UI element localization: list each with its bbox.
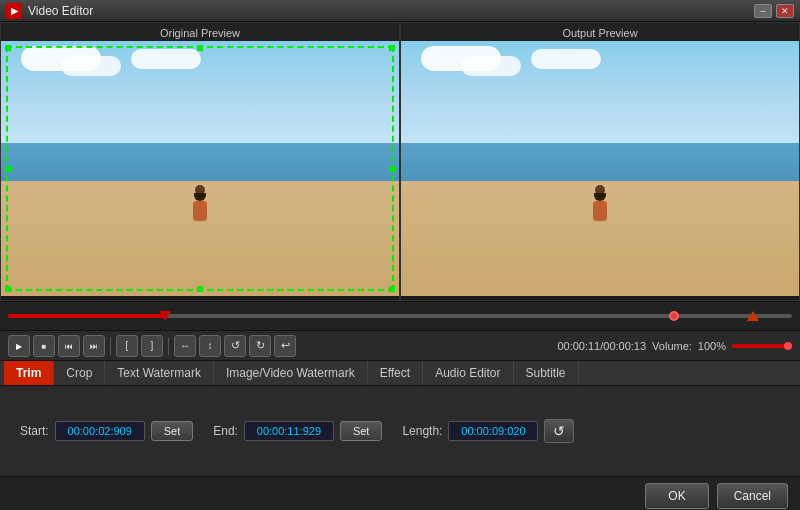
tab-effect[interactable]: Effect xyxy=(368,361,423,385)
title-bar: ▶ Video Editor – ✕ xyxy=(0,0,800,22)
volume-slider[interactable] xyxy=(732,344,792,348)
time-display: 00:00:11/00:00:13 Volume: 100% xyxy=(557,340,792,352)
end-field-group: End: Set xyxy=(213,421,382,441)
transport-divider-2 xyxy=(168,337,169,355)
start-label: Start: xyxy=(20,424,49,438)
cancel-button[interactable]: Cancel xyxy=(717,483,788,509)
stop-icon xyxy=(42,341,47,351)
tab-subtitle[interactable]: Subtitle xyxy=(514,361,579,385)
undo-icon xyxy=(281,339,290,352)
figure-hair xyxy=(194,193,206,201)
transport-buttons xyxy=(8,335,296,357)
transport-divider-1 xyxy=(110,337,111,355)
cloud3 xyxy=(131,49,201,69)
cloud2 xyxy=(61,56,121,76)
title-bar-left: ▶ Video Editor xyxy=(6,3,93,19)
timeline-playhead[interactable] xyxy=(159,311,171,321)
set-start-button[interactable] xyxy=(116,335,138,357)
rotate-right-button[interactable] xyxy=(249,335,271,357)
end-input[interactable] xyxy=(244,421,334,441)
undo-button[interactable] xyxy=(274,335,296,357)
tab-trim[interactable]: Trim xyxy=(4,361,54,385)
sky-bg xyxy=(1,41,399,156)
rotate-left-button[interactable] xyxy=(224,335,246,357)
original-video xyxy=(1,41,399,296)
output-cloud3 xyxy=(531,49,601,69)
flip-h-icon xyxy=(180,340,190,351)
end-label: End: xyxy=(213,424,238,438)
volume-value: 100% xyxy=(698,340,726,352)
flip-v-icon xyxy=(208,340,213,351)
next-frame-icon xyxy=(90,341,98,351)
figure xyxy=(191,185,209,225)
tab-crop[interactable]: Crop xyxy=(54,361,105,385)
prev-frame-icon xyxy=(65,341,73,351)
prev-frame-button[interactable] xyxy=(58,335,80,357)
output-playhead[interactable] xyxy=(669,311,679,321)
tab-image-watermark[interactable]: Image/Video Watermark xyxy=(214,361,368,385)
output-preview-pane: Output Preview xyxy=(400,22,800,301)
start-field-group: Start: Set xyxy=(20,421,193,441)
output-video xyxy=(401,41,799,296)
window-title: Video Editor xyxy=(28,4,93,18)
app-icon: ▶ xyxy=(6,3,22,19)
set-end-btn[interactable]: Set xyxy=(340,421,383,441)
rotate-left-icon xyxy=(231,339,240,352)
output-figure-hair xyxy=(594,193,606,201)
volume-fill xyxy=(732,344,792,348)
original-preview-label: Original Preview xyxy=(1,23,399,41)
next-frame-button[interactable] xyxy=(83,335,105,357)
output-sky-bg xyxy=(401,41,799,156)
length-group: Length: ↺ xyxy=(402,419,574,443)
close-button[interactable]: ✕ xyxy=(776,4,794,18)
transport-area: 00:00:11/00:00:13 Volume: 100% xyxy=(0,330,800,360)
set-start-icon xyxy=(126,340,129,351)
flip-v-button[interactable] xyxy=(199,335,221,357)
time-text: 00:00:11/00:00:13 xyxy=(557,340,646,352)
ok-button[interactable]: OK xyxy=(645,483,708,509)
tab-audio-editor[interactable]: Audio Editor xyxy=(423,361,513,385)
stop-button[interactable] xyxy=(33,335,55,357)
output-cloud2 xyxy=(461,56,521,76)
volume-thumb[interactable] xyxy=(784,342,792,350)
tab-text-watermark[interactable]: Text Watermark xyxy=(105,361,214,385)
output-preview-label: Output Preview xyxy=(401,23,799,41)
reset-button[interactable]: ↺ xyxy=(544,419,574,443)
length-input[interactable] xyxy=(448,421,538,441)
trim-panel: Start: Set End: Set Length: ↺ xyxy=(0,386,800,476)
original-preview-pane: Original Preview xyxy=(0,22,400,301)
timeline-area xyxy=(0,302,800,330)
timeline-track[interactable] xyxy=(8,314,792,318)
output-figure xyxy=(591,185,609,225)
play-icon xyxy=(16,341,22,351)
set-end-icon xyxy=(151,340,154,351)
volume-label: Volume: xyxy=(652,340,692,352)
minimize-button[interactable]: – xyxy=(754,4,772,18)
tabs-bar: Trim Crop Text Watermark Image/Video Wat… xyxy=(0,360,800,386)
title-bar-controls: – ✕ xyxy=(754,4,794,18)
timeline-end-marker[interactable] xyxy=(747,311,759,321)
set-end-button[interactable] xyxy=(141,335,163,357)
timeline-progress xyxy=(8,314,165,318)
preview-area: Original Preview xyxy=(0,22,800,302)
start-input[interactable] xyxy=(55,421,145,441)
set-start-btn[interactable]: Set xyxy=(151,421,194,441)
flip-h-button[interactable] xyxy=(174,335,196,357)
output-figure-body xyxy=(593,201,607,221)
play-button[interactable] xyxy=(8,335,30,357)
figure-body xyxy=(193,201,207,221)
rotate-right-icon xyxy=(256,339,265,352)
bottom-bar: OK Cancel xyxy=(0,476,800,510)
length-label: Length: xyxy=(402,424,442,438)
